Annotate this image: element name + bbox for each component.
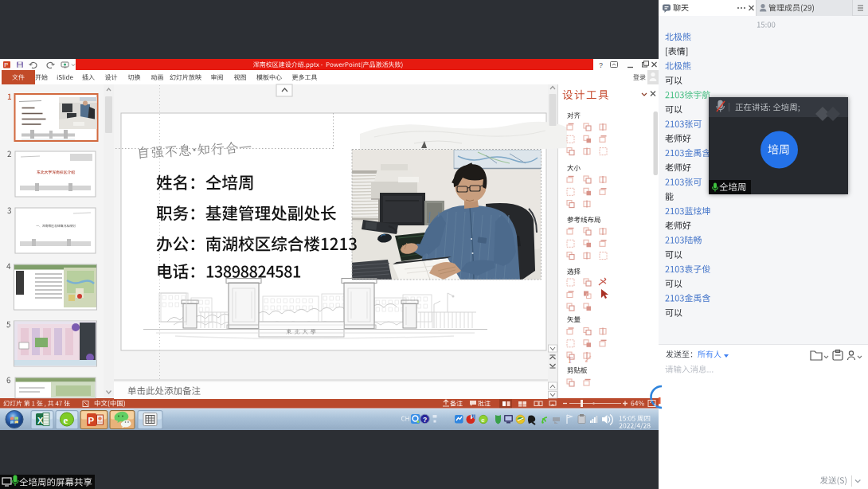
svg-text:e: e: [481, 417, 485, 424]
svg-text:T: T: [567, 354, 573, 366]
svg-text:P: P: [88, 416, 95, 425]
svg-text:P: P: [4, 61, 8, 68]
svg-text:?: ?: [599, 61, 603, 69]
svg-text:?: ?: [423, 416, 427, 424]
svg-text:e: e: [64, 414, 68, 426]
svg-text:X: X: [37, 416, 44, 425]
